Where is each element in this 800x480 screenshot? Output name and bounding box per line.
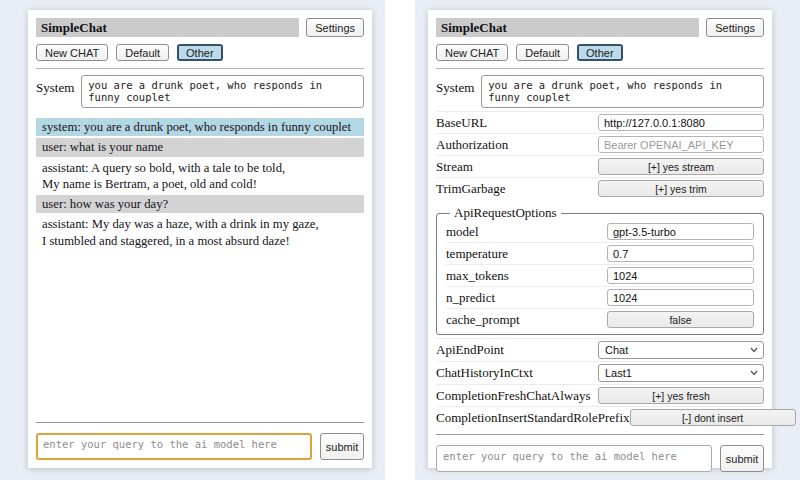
setting-row-n-predict: n_predict [446, 286, 754, 308]
temperature-input[interactable] [607, 245, 754, 262]
query-row: submit [436, 445, 764, 472]
apiendpoint-label: ApiEndPoint [436, 342, 598, 358]
system-label: System [36, 75, 74, 96]
setting-row-chathistoryinctxt: ChatHistoryInCtxt Last1 [436, 361, 764, 384]
chat-messages: system: you are a drunk poet, who respon… [36, 118, 364, 250]
max-tokens-label: max_tokens [446, 268, 607, 284]
setting-row-trimgarbage: TrimGarbage [+] yes trim [436, 177, 764, 199]
app-header: SimpleChat Settings [436, 18, 764, 37]
settings-view-screenshot: SimpleChat Settings New CHAT Default Oth… [415, 0, 800, 480]
setting-row-max-tokens: max_tokens [446, 264, 754, 286]
chathistoryinctxt-selected-value: Last1 [605, 367, 632, 379]
chat-message-user: user: how was your day? [36, 195, 364, 213]
query-row: submit [36, 433, 364, 460]
app-title: SimpleChat [36, 18, 299, 37]
query-divider [436, 434, 764, 435]
chat-message-system: system: you are a drunk poet, who respon… [36, 118, 364, 136]
stream-toggle-button[interactable]: [+] yes stream [598, 158, 764, 175]
new-chat-button[interactable]: New CHAT [436, 44, 508, 61]
cache-prompt-toggle-button[interactable]: false [607, 311, 754, 328]
session-default-button[interactable]: Default [516, 44, 569, 61]
cache-prompt-label: cache_prompt [446, 312, 607, 328]
session-default-button[interactable]: Default [116, 44, 169, 61]
model-input[interactable] [607, 223, 754, 240]
apiendpoint-selected-value: Chat [605, 344, 628, 356]
api-request-options-fieldset: ApiRequestOptions model temperature max_… [436, 205, 764, 335]
chathistoryinctxt-label: ChatHistoryInCtxt [436, 365, 598, 381]
session-other-button[interactable]: Other [577, 44, 623, 61]
app-title: SimpleChat [436, 18, 699, 37]
settings-list: BaseURL Authorization Stream [+] yes str… [436, 111, 764, 428]
chat-message-assistant: assistant: My day was a haze, with a dri… [36, 215, 364, 250]
n-predict-input[interactable] [607, 289, 754, 306]
completionfreshchatalways-label: CompletionFreshChatAlways [436, 388, 598, 404]
apiendpoint-select[interactable]: Chat [598, 341, 764, 359]
empty-space [36, 250, 364, 416]
max-tokens-input[interactable] [607, 267, 754, 284]
chat-message-user: user: what is your name [36, 138, 364, 156]
trimgarbage-toggle-button[interactable]: [+] yes trim [598, 180, 764, 197]
setting-row-apiendpoint: ApiEndPoint Chat [436, 338, 764, 361]
authorization-label: Authorization [436, 137, 598, 153]
completionfreshchatalways-toggle-button[interactable]: [+] yes fresh [598, 387, 764, 404]
system-label: System [436, 75, 474, 96]
chevron-down-icon [750, 370, 758, 376]
setting-row-temperature: temperature [446, 242, 754, 264]
authorization-input[interactable] [598, 136, 764, 153]
setting-row-baseurl: BaseURL [436, 111, 764, 133]
settings-panel: SimpleChat Settings New CHAT Default Oth… [428, 10, 772, 468]
completioninsertstandardroleprefix-toggle-button[interactable]: [-] dont insert [630, 409, 796, 426]
settings-button[interactable]: Settings [306, 18, 364, 37]
system-prompt-textarea[interactable]: you are a drunk poet, who responds in fu… [81, 75, 364, 108]
setting-row-completionfreshchatalways: CompletionFreshChatAlways [+] yes fresh [436, 384, 764, 406]
system-prompt-row: System you are a drunk poet, who respond… [436, 75, 764, 108]
session-toolbar: New CHAT Default Other [436, 44, 764, 61]
setting-row-cache-prompt: cache_prompt false [446, 308, 754, 330]
chat-message-assistant: assistant: A query so bold, with a tale … [36, 159, 364, 194]
chathistoryinctxt-select[interactable]: Last1 [598, 364, 764, 382]
baseurl-input[interactable] [598, 114, 764, 131]
submit-button[interactable]: submit [320, 433, 364, 460]
chat-panel: SimpleChat Settings New CHAT Default Oth… [28, 10, 372, 468]
screenshot-gutter [385, 0, 415, 480]
chevron-down-icon [750, 347, 758, 353]
temperature-label: temperature [446, 246, 607, 262]
stream-label: Stream [436, 159, 598, 175]
new-chat-button[interactable]: New CHAT [36, 44, 108, 61]
setting-row-stream: Stream [+] yes stream [436, 155, 764, 177]
settings-button[interactable]: Settings [706, 18, 764, 37]
session-toolbar: New CHAT Default Other [36, 44, 364, 61]
setting-row-authorization: Authorization [436, 133, 764, 155]
n-predict-label: n_predict [446, 290, 607, 306]
system-prompt-textarea[interactable]: you are a drunk poet, who responds in fu… [481, 75, 764, 108]
baseurl-label: BaseURL [436, 115, 598, 131]
toolbar-divider [36, 68, 364, 69]
api-request-options-legend: ApiRequestOptions [450, 205, 561, 221]
toolbar-divider [436, 68, 764, 69]
session-other-button[interactable]: Other [177, 44, 223, 61]
app-header: SimpleChat Settings [36, 18, 364, 37]
trimgarbage-label: TrimGarbage [436, 181, 598, 197]
chat-view-screenshot: SimpleChat Settings New CHAT Default Oth… [0, 0, 385, 480]
setting-row-model: model [446, 221, 754, 242]
query-textarea[interactable] [436, 445, 712, 472]
system-prompt-row: System you are a drunk poet, who respond… [36, 75, 364, 108]
completioninsertstandardroleprefix-label: CompletionInsertStandardRolePrefix [436, 410, 630, 426]
query-textarea[interactable] [36, 433, 312, 460]
model-label: model [446, 224, 607, 240]
submit-button[interactable]: submit [720, 445, 764, 472]
query-divider [36, 422, 364, 423]
setting-row-completioninsertstandardroleprefix: CompletionInsertStandardRolePrefix [-] d… [436, 406, 764, 428]
